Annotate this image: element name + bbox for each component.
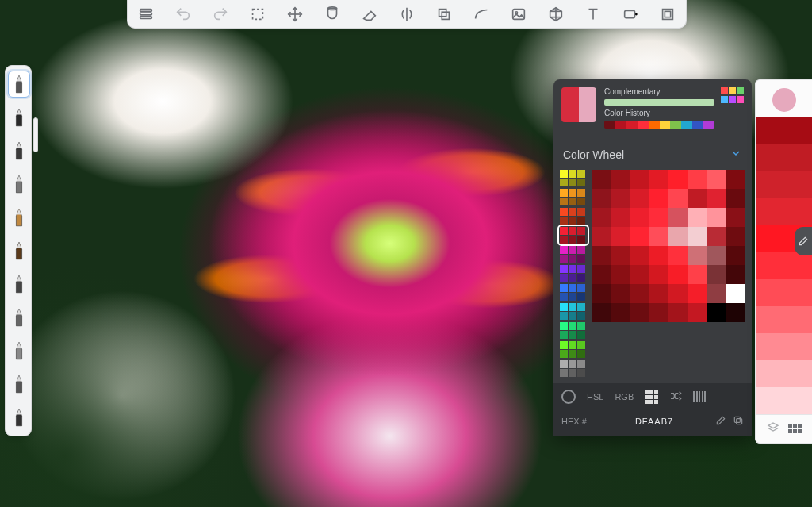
smudge-tool[interactable] [8,304,30,331]
color-cell[interactable] [726,189,745,208]
color-history-row[interactable] [604,121,714,129]
complementary-mini-swatches[interactable] [721,87,744,103]
color-cell[interactable] [649,189,668,208]
transform-move-icon[interactable] [286,3,304,25]
color-cell[interactable] [688,170,707,189]
text-tool-icon[interactable] [584,3,602,25]
timelapse-icon[interactable] [621,3,639,25]
palette-group[interactable] [560,170,587,186]
spectrum-mode-icon[interactable] [693,391,706,402]
color-cell[interactable] [726,246,745,265]
color-cell[interactable] [707,170,726,189]
color-cell[interactable] [592,170,611,189]
color-cell[interactable] [630,265,649,284]
color-cell[interactable] [668,170,688,189]
right-stripe[interactable] [756,171,812,198]
color-cell[interactable] [611,246,630,265]
color-cell[interactable] [688,246,707,265]
palette-group[interactable] [560,246,587,263]
color-cell[interactable] [592,265,611,284]
right-color-stripes[interactable] [756,117,812,414]
color-cell[interactable] [592,284,611,303]
predictive-stroke-icon[interactable] [435,3,454,25]
layers-icon[interactable] [137,3,155,25]
color-cell[interactable] [649,208,668,227]
color-cell[interactable] [726,265,745,284]
copy-hex-icon[interactable] [733,415,744,428]
color-cell[interactable] [707,246,726,265]
color-cell[interactable] [611,189,630,208]
palette-group[interactable] [560,284,587,301]
right-stripe[interactable] [756,306,812,333]
color-cell[interactable] [611,303,630,322]
color-wheel-mode-icon[interactable] [561,390,576,404]
color-cell[interactable] [630,189,649,208]
marker-tool[interactable] [8,171,30,198]
color-cell[interactable] [707,303,726,322]
right-stripe[interactable] [756,279,812,306]
color-cell[interactable] [592,227,611,246]
current-color-swatch[interactable] [561,87,596,122]
color-cell[interactable] [707,189,726,208]
pencil-tool[interactable] [8,71,30,98]
color-cell[interactable] [668,227,688,246]
color-cell[interactable] [630,303,649,322]
chisel-tool[interactable] [8,371,30,398]
color-cell[interactable] [592,303,611,322]
color-cell[interactable] [668,189,688,208]
color-cell[interactable] [668,246,688,265]
edit-hex-icon[interactable] [715,415,726,428]
color-cell[interactable] [630,227,649,246]
color-cell[interactable] [707,227,726,246]
right-stripe[interactable] [756,387,812,414]
color-cell[interactable] [668,303,688,322]
color-cell[interactable] [649,303,668,322]
color-cell[interactable] [649,265,668,284]
color-cell[interactable] [630,284,649,303]
hex-value[interactable]: DFAAB7 [599,417,709,426]
color-cell[interactable] [611,265,630,284]
selection-tool-icon[interactable] [249,3,267,25]
palette-group[interactable] [560,341,587,358]
brush-dock-expand-handle[interactable] [33,117,38,152]
color-cell[interactable] [668,208,688,227]
airbrush-tool[interactable] [8,271,30,298]
right-stripe[interactable] [756,144,812,171]
color-cell[interactable] [611,208,630,227]
color-cell[interactable] [649,284,668,303]
color-cell[interactable] [688,284,707,303]
marker-chisel-tool[interactable] [8,404,30,431]
complementary-color-bar[interactable] [604,99,714,106]
color-cell[interactable] [649,170,668,189]
fill-bucket-icon[interactable] [324,3,342,25]
right-stripe[interactable] [756,333,812,360]
color-cell[interactable] [668,265,688,284]
right-stripe[interactable] [756,252,812,278]
palette-group[interactable] [560,303,587,320]
color-cell[interactable] [707,265,726,284]
palette-group[interactable] [560,208,587,225]
color-cell[interactable] [611,227,630,246]
import-image-icon[interactable] [509,3,527,25]
library-grid-icon[interactable] [788,424,802,433]
color-cell[interactable] [630,246,649,265]
color-cell[interactable] [707,208,726,227]
perspective-grid-icon[interactable] [546,3,565,25]
eraser-icon[interactable] [361,3,379,25]
color-grid[interactable] [592,170,745,377]
color-cell[interactable] [726,303,745,322]
right-stripe[interactable] [756,360,812,387]
color-cell[interactable] [688,208,707,227]
grid-mode-icon[interactable] [645,390,658,404]
color-cell[interactable] [592,208,611,227]
eyedropper-tab-icon[interactable] [795,227,812,255]
right-stripe[interactable] [756,117,812,144]
color-cell[interactable] [726,284,745,303]
color-cell[interactable] [726,170,745,189]
palette-group[interactable] [560,189,587,205]
color-cell[interactable] [726,227,745,246]
color-cell[interactable] [688,265,707,284]
color-cell[interactable] [611,170,630,189]
right-stripe[interactable] [756,198,812,225]
color-cell[interactable] [688,189,707,208]
